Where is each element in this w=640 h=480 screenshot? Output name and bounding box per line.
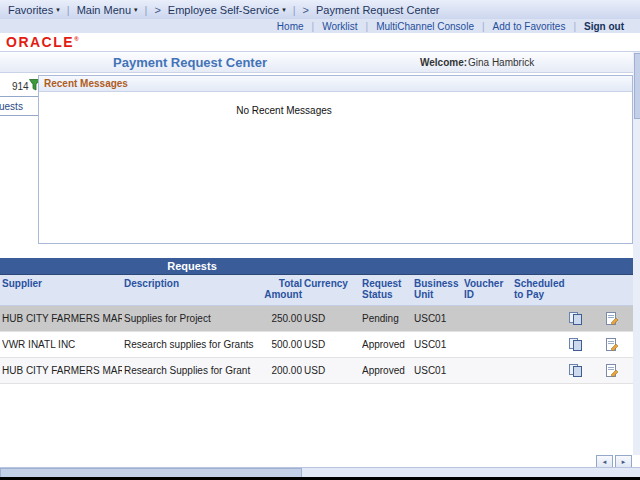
cell-request-status: Approved <box>362 339 412 350</box>
breadcrumb-separator: | <box>145 4 148 16</box>
table-row: HUB CITY FARMERS MARKET/ Supplies for Pr… <box>0 306 638 332</box>
breadcrumb: Favorites ▾ | Main Menu ▾ | > Employee S… <box>0 0 640 20</box>
cell-currency: USD <box>304 313 360 324</box>
cell-request-status: Approved <box>362 365 412 376</box>
requests-grid: Supplier Description Total Amount Curren… <box>0 275 638 384</box>
sidebar-id-fragment: 914 <box>12 81 29 92</box>
requests-section-bar: Requests <box>0 258 638 275</box>
cell-currency: USD <box>304 365 360 376</box>
title-bar: Payment Request Center Welcome: Gina Ham… <box>0 51 640 73</box>
breadcrumb-chevron-icon: > <box>154 4 160 16</box>
breadcrumb-label: Favorites <box>8 4 53 16</box>
registered-mark: ® <box>74 36 80 42</box>
oracle-logo-text: ORACLE <box>6 34 74 50</box>
page-title: Payment Request Center <box>113 55 267 70</box>
sidebar-link-label: uests <box>0 101 23 112</box>
nav-link-worklist[interactable]: Worklist <box>314 21 365 32</box>
nav-link-add-to-favorites[interactable]: Add to Favorites <box>485 21 574 32</box>
cell-total-amount: 250.00 <box>262 313 302 324</box>
header-nav: Home | Worklist | MultiChannel Console |… <box>0 19 640 33</box>
requests-section-title: Requests <box>167 260 217 272</box>
dropdown-caret-icon: ▾ <box>134 6 138 14</box>
logo-strip: ORACLE® <box>0 33 640 51</box>
column-header-description[interactable]: Description <box>124 278 260 289</box>
nav-link-home[interactable]: Home <box>269 21 312 32</box>
breadcrumb-separator: | <box>67 4 70 16</box>
cell-business-unit: USC01 <box>414 313 462 324</box>
column-header-voucher-id[interactable]: Voucher ID <box>464 278 512 300</box>
scroll-right-icon: ► <box>621 459 627 465</box>
vertical-scrollbar-thumb[interactable] <box>634 53 640 119</box>
cell-total-amount: 500.00 <box>262 339 302 350</box>
breadcrumb-favorites[interactable]: Favorites ▾ <box>8 4 60 16</box>
sidebar-link-requests[interactable]: uests <box>0 96 39 116</box>
scroll-left-icon: ◄ <box>602 459 608 465</box>
cell-business-unit: USC01 <box>414 339 462 350</box>
breadcrumb-chevron-icon: > <box>303 4 309 16</box>
recent-messages-title: Recent Messages <box>44 78 128 89</box>
cell-supplier: HUB CITY FARMERS MARKET/ <box>2 365 122 376</box>
column-header-supplier[interactable]: Supplier <box>2 278 122 289</box>
breadcrumb-main-menu[interactable]: Main Menu ▾ <box>77 4 138 16</box>
oracle-logo: ORACLE® <box>6 34 80 50</box>
welcome-label: Welcome: <box>420 57 467 68</box>
related-documents-icon[interactable] <box>568 311 584 327</box>
dropdown-caret-icon: ▾ <box>282 6 286 14</box>
related-documents-icon[interactable] <box>568 337 584 353</box>
recent-messages-empty-text: No Recent Messages <box>39 105 529 116</box>
breadcrumb-employee-self-service[interactable]: Employee Self-Service ▾ <box>168 4 286 16</box>
cell-supplier: VWR INATL INC <box>2 339 122 350</box>
cell-business-unit: USC01 <box>414 365 462 376</box>
requests-grid-header: Supplier Description Total Amount Curren… <box>0 275 638 306</box>
breadcrumb-current-page: Payment Request Center <box>316 4 440 16</box>
nav-link-sign-out[interactable]: Sign out <box>576 21 632 32</box>
cell-currency: USD <box>304 339 360 350</box>
edit-document-icon[interactable] <box>604 363 620 379</box>
cell-total-amount: 200.00 <box>262 365 302 376</box>
edit-document-icon[interactable] <box>604 337 620 353</box>
cell-description: Supplies for Project <box>124 313 260 324</box>
breadcrumb-label: Main Menu <box>77 4 131 16</box>
dropdown-caret-icon: ▾ <box>56 6 60 14</box>
nav-link-multichannel-console[interactable]: MultiChannel Console <box>368 21 482 32</box>
table-row: HUB CITY FARMERS MARKET/ Research Suppli… <box>0 358 638 384</box>
welcome-user-name: Gina Hambrick <box>468 57 534 68</box>
cell-request-status: Pending <box>362 313 412 324</box>
breadcrumb-label: Employee Self-Service <box>168 4 279 16</box>
cell-supplier: HUB CITY FARMERS MARKET/ <box>2 313 122 324</box>
related-documents-icon[interactable] <box>568 363 584 379</box>
edit-document-icon[interactable] <box>604 311 620 327</box>
column-header-business-unit[interactable]: Business Unit <box>414 278 462 300</box>
recent-messages-header: Recent Messages <box>39 76 632 92</box>
breadcrumb-separator: | <box>293 4 296 16</box>
cell-description: Research Supplies for Grant <box>124 365 260 376</box>
column-header-currency[interactable]: Currency <box>304 278 360 289</box>
column-header-total-amount[interactable]: Total Amount <box>262 278 302 300</box>
breadcrumb-label: Payment Request Center <box>316 4 440 16</box>
recent-messages-box: Recent Messages No Recent Messages <box>38 75 633 244</box>
column-header-scheduled-to-pay[interactable]: Scheduled to Pay <box>514 278 566 300</box>
vertical-scrollbar[interactable] <box>633 52 640 455</box>
cell-description: Research supplies for Grants <box>124 339 260 350</box>
column-header-request-status[interactable]: Request Status <box>362 278 412 300</box>
table-row: VWR INATL INC Research supplies for Gran… <box>0 332 638 358</box>
